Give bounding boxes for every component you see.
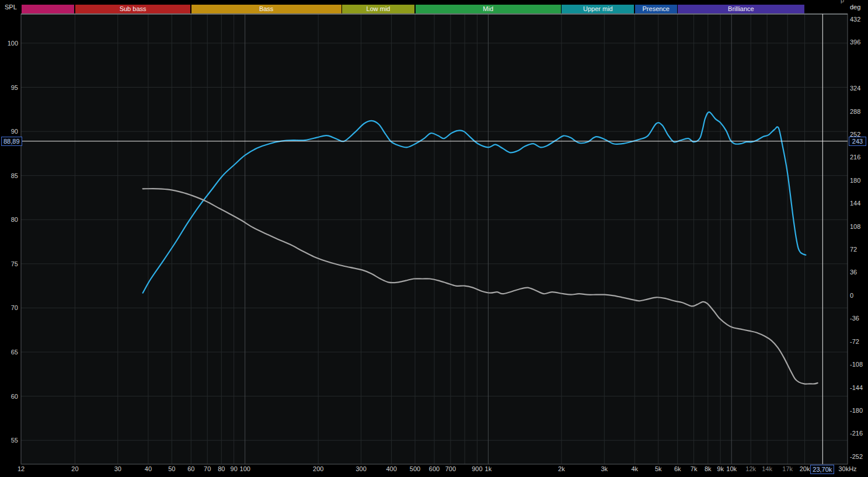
freq-tick-label: 1k [485, 465, 492, 473]
freq-tick-label: 600 [429, 465, 440, 473]
deg-tick-label: -252 [850, 452, 863, 460]
spl-tick-label: 100 [0, 39, 18, 47]
freq-tick-label: 3k [601, 465, 608, 473]
freq-tick-label: 6k [674, 465, 681, 473]
freq-tick-label: 12 [18, 465, 25, 473]
freq-tick-label: 14k [762, 465, 772, 473]
freq-tick-label: 7k [691, 465, 698, 473]
plot-canvas[interactable] [0, 0, 868, 477]
spl-tick-label: 70 [0, 304, 18, 312]
freq-tick-label: 20k [800, 465, 810, 473]
freq-tick-label: 900 [472, 465, 482, 473]
deg-tick-label: -36 [850, 315, 859, 322]
deg-tick-label: 36 [850, 269, 857, 276]
band-brilliance: Brilliance [678, 5, 804, 13]
freq-tick-label: 400 [386, 465, 396, 473]
freq-tick-label: 30kHz [838, 465, 856, 473]
deg-tick-label: -216 [850, 430, 863, 437]
freq-tick-label: 700 [445, 465, 456, 473]
cursor-deg-readout: 243 [849, 137, 866, 146]
freq-tick-label: 50 [168, 465, 175, 473]
freq-tick-label: 8k [705, 465, 712, 473]
freq-tick-label: 4k [631, 465, 638, 473]
right-axis-title: deg [850, 4, 860, 11]
deg-tick-label: -180 [850, 407, 863, 415]
band-sub-bass: Sub bass [75, 5, 190, 13]
deg-tick-label: -72 [850, 337, 859, 345]
spl-tick-label: 85 [0, 172, 18, 179]
deg-tick-label: 108 [850, 222, 860, 230]
freq-tick-label: 2k [558, 465, 565, 473]
band-low-mid: Low mid [342, 5, 414, 13]
deg-tick-label: 216 [850, 154, 860, 161]
freq-tick-label: 80 [218, 465, 225, 473]
deg-tick-label: 396 [850, 39, 860, 46]
deg-tick-label: 324 [850, 85, 860, 92]
deg-tick-label: 432 [850, 15, 860, 23]
spl-tick-label: 90 [0, 128, 18, 135]
freq-tick-label: 40 [145, 465, 152, 473]
freq-tick-label: 70 [204, 465, 211, 473]
freq-tick-label: 10k [726, 465, 737, 473]
spl-frequency-response-graph: Sub bassBassLow midMidUpper midPresenceB… [0, 0, 868, 477]
freq-tick-label: 30 [114, 465, 121, 473]
spl-tick-label: 95 [0, 83, 18, 91]
deg-tick-label: 180 [850, 176, 860, 184]
band-presence: Presence [635, 5, 677, 13]
freq-tick-label: 200 [313, 465, 323, 473]
freq-tick-label: 12k [745, 465, 756, 473]
freq-tick-label: 300 [355, 465, 366, 473]
freq-tick-label: 500 [410, 465, 420, 473]
freq-tick-label: 5k [655, 465, 662, 473]
deg-tick-label: 288 [850, 107, 860, 115]
band-upper-mid: Upper mid [562, 5, 634, 13]
freq-tick-label: 17k [782, 465, 793, 473]
cursor-spl-readout: 88,89 [1, 137, 22, 146]
deg-tick-label: -108 [850, 361, 863, 368]
freq-tick-label: 100 [240, 465, 250, 473]
deg-tick-label: 144 [850, 200, 860, 207]
spl-tick-label: 55 [0, 437, 18, 444]
truncated-text-fragment: p [841, 0, 844, 4]
spl-tick-label: 65 [0, 349, 18, 356]
deg-tick-label: 72 [850, 246, 857, 253]
freq-tick-label: 60 [187, 465, 194, 473]
freq-tick-label: 9k [717, 465, 724, 473]
deg-tick-label: -144 [850, 384, 863, 391]
band-bass: Bass [191, 5, 341, 13]
band-mid: Mid [416, 5, 561, 13]
left-axis-title: SPL [5, 4, 17, 11]
spl-tick-label: 60 [0, 392, 18, 400]
freq-tick-label: 20 [71, 465, 78, 473]
spl-tick-label: 80 [0, 216, 18, 224]
cursor-freq-readout: 23,70k [810, 465, 834, 474]
deg-tick-label: 0 [850, 291, 853, 299]
band-infra [22, 5, 75, 13]
freq-tick-label: 90 [231, 465, 238, 473]
spl-tick-label: 75 [0, 260, 18, 267]
